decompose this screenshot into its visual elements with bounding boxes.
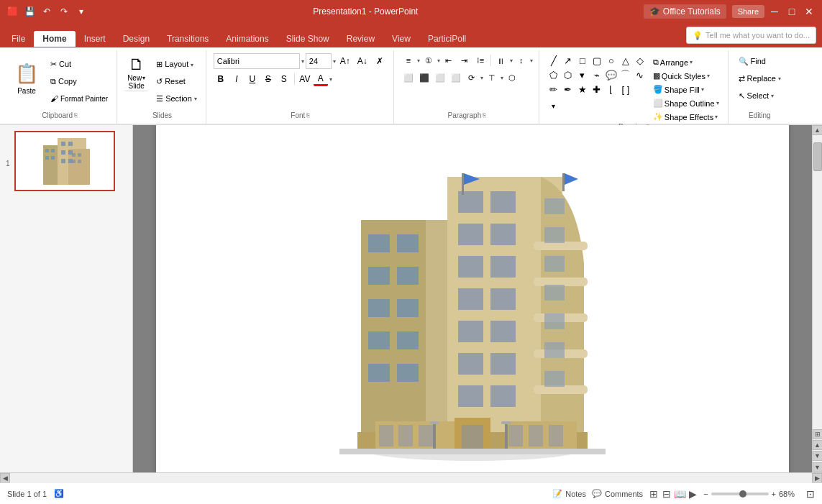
undo-button[interactable]: ↶: [40, 5, 53, 18]
tab-animations[interactable]: Animations: [217, 31, 277, 47]
new-slide-button[interactable]: 🗋 New ▾ Slide: [124, 53, 148, 89]
select-button[interactable]: ↖ Select ▾: [736, 88, 777, 104]
underline-button[interactable]: U: [245, 72, 260, 86]
smart-art-button[interactable]: ⁞≡: [473, 53, 488, 68]
align-text-button[interactable]: ⊤: [485, 70, 499, 85]
font-size-input[interactable]: [306, 53, 332, 69]
shape-hexagon[interactable]: ⬡: [561, 68, 575, 82]
share-button[interactable]: Share: [732, 5, 764, 18]
save-button[interactable]: 💾: [23, 5, 36, 18]
char-spacing-button[interactable]: AV: [298, 72, 312, 86]
decrease-font-button[interactable]: A↓: [355, 53, 370, 69]
numbering-button[interactable]: ①: [421, 53, 436, 68]
zoom-level[interactable]: 68%: [779, 490, 800, 498]
shape-line[interactable]: ╱: [547, 53, 561, 68]
maximize-button[interactable]: □: [785, 4, 799, 19]
zoom-in-button[interactable]: +: [772, 490, 776, 498]
normal-view-button[interactable]: ⊞: [649, 489, 659, 499]
tab-insert[interactable]: Insert: [76, 31, 114, 47]
minimize-button[interactable]: ─: [767, 4, 782, 19]
scroll-down-button[interactable]: ▼: [813, 462, 823, 472]
slideshow-button[interactable]: ▶: [688, 489, 698, 499]
shape-fill-button[interactable]: 🪣 Shape Fill ▾: [650, 83, 722, 96]
h-scroll-track[interactable]: [10, 473, 812, 483]
font-size-arrow[interactable]: ▾: [333, 58, 336, 65]
convert-smartart-button[interactable]: ⬡: [505, 70, 519, 85]
zoom-out-button[interactable]: −: [703, 490, 708, 498]
section-button[interactable]: ☰ Section ▾: [153, 91, 200, 106]
text-dir-button[interactable]: ⟳: [465, 70, 479, 85]
slide-thumbnail-1[interactable]: [14, 131, 115, 191]
line-spacing-button[interactable]: ↕: [514, 53, 529, 68]
shape-rounded-rect[interactable]: ▢: [590, 53, 604, 68]
cut-button[interactable]: ✂ Cut: [47, 56, 111, 72]
quick-styles-button[interactable]: ▩ Quick Styles ▾: [650, 70, 722, 82]
shape-scroll-up[interactable]: ▾: [547, 98, 561, 113]
tab-file[interactable]: File: [3, 31, 34, 47]
shape-outline-button[interactable]: ⬜ Shape Outline ▾: [650, 97, 722, 109]
shape-freeform[interactable]: ✏: [547, 82, 561, 96]
office-tutorials-button[interactable]: 🎓 Office Tutorials: [644, 4, 726, 19]
tab-design[interactable]: Design: [114, 31, 158, 47]
redo-button[interactable]: ↷: [58, 5, 70, 18]
close-button[interactable]: ✕: [802, 4, 816, 19]
scroll-fit-button[interactable]: ⊞: [813, 429, 823, 439]
align-left-button[interactable]: ⬜: [401, 70, 416, 85]
shape-connector[interactable]: ⌊: [604, 82, 618, 96]
scroll-right-button[interactable]: ▶: [812, 473, 822, 483]
zoom-slider[interactable]: [711, 492, 769, 495]
slide-sorter-button[interactable]: ⊟: [662, 489, 672, 499]
shape-pentagon[interactable]: ⬠: [547, 68, 561, 82]
shape-oval[interactable]: ○: [604, 53, 618, 68]
paste-button[interactable]: 📋 Paste: [9, 53, 45, 104]
arrange-button[interactable]: ⧉ Arrange ▾: [650, 56, 722, 68]
format-painter-button[interactable]: 🖌 Format Painter: [47, 91, 111, 106]
fit-slide-button[interactable]: ⊡: [806, 488, 815, 500]
text-dir-arrow[interactable]: ▾: [480, 75, 483, 81]
shape-bracket[interactable]: [ ]: [618, 82, 633, 96]
tab-review[interactable]: Review: [338, 31, 383, 47]
accessibility-icon[interactable]: ♿: [54, 489, 64, 498]
font-name-arrow[interactable]: ▾: [301, 58, 304, 65]
comments-button[interactable]: 💬 Comments: [592, 489, 643, 498]
notes-button[interactable]: 📝 Notes: [552, 489, 586, 498]
tell-me-input[interactable]: 💡 Tell me what you want to do...: [686, 27, 816, 44]
bullets-arrow[interactable]: ▾: [417, 58, 420, 64]
tab-slideshow[interactable]: Slide Show: [278, 31, 338, 47]
shape-diamond[interactable]: ◇: [633, 53, 647, 68]
align-right-button[interactable]: ⬜: [433, 70, 447, 85]
copy-button[interactable]: ⧉ Copy: [47, 73, 111, 89]
tab-home[interactable]: Home: [34, 31, 75, 47]
scroll-track[interactable]: [813, 135, 823, 428]
shape-arc[interactable]: ⌒: [618, 68, 633, 82]
slide-canvas[interactable]: [156, 125, 789, 472]
justify-button[interactable]: ⬜: [449, 70, 463, 85]
scroll-thumb[interactable]: [813, 142, 822, 171]
replace-button[interactable]: ⇄ Replace ▾: [736, 70, 784, 86]
clipboard-expand-icon[interactable]: ⎘: [74, 112, 78, 119]
font-expand-icon[interactable]: ⎘: [306, 112, 310, 119]
layout-button[interactable]: ⊞ Layout ▾: [153, 56, 200, 72]
cols-button[interactable]: ⫼: [494, 53, 508, 68]
shape-scribble[interactable]: ✒: [561, 82, 575, 96]
clear-format-button[interactable]: ✗: [372, 53, 388, 69]
italic-button[interactable]: I: [229, 72, 244, 86]
shape-chevron[interactable]: ⌁: [590, 68, 604, 82]
tab-participoll[interactable]: ParticiPoll: [419, 31, 475, 47]
shape-curve[interactable]: ∿: [633, 68, 647, 82]
shape-callout[interactable]: 💬: [604, 68, 618, 82]
tab-transitions[interactable]: Transitions: [158, 31, 217, 47]
scroll-prev-button[interactable]: ▲: [813, 440, 823, 450]
bold-button[interactable]: B: [214, 72, 228, 86]
strikethrough-button[interactable]: S: [261, 72, 275, 86]
reading-view-button[interactable]: 📖: [675, 489, 685, 499]
scroll-up-button[interactable]: ▲: [813, 125, 823, 135]
cols-arrow[interactable]: ▾: [510, 58, 513, 64]
font-color-button[interactable]: A: [314, 72, 328, 86]
tab-view[interactable]: View: [383, 31, 419, 47]
indent-more-button[interactable]: ⇥: [457, 53, 472, 68]
align-center-button[interactable]: ⬛: [417, 70, 431, 85]
numbering-arrow[interactable]: ▾: [437, 58, 440, 64]
increase-font-button[interactable]: A↑: [337, 53, 353, 69]
line-spacing-arrow[interactable]: ▾: [530, 58, 533, 64]
